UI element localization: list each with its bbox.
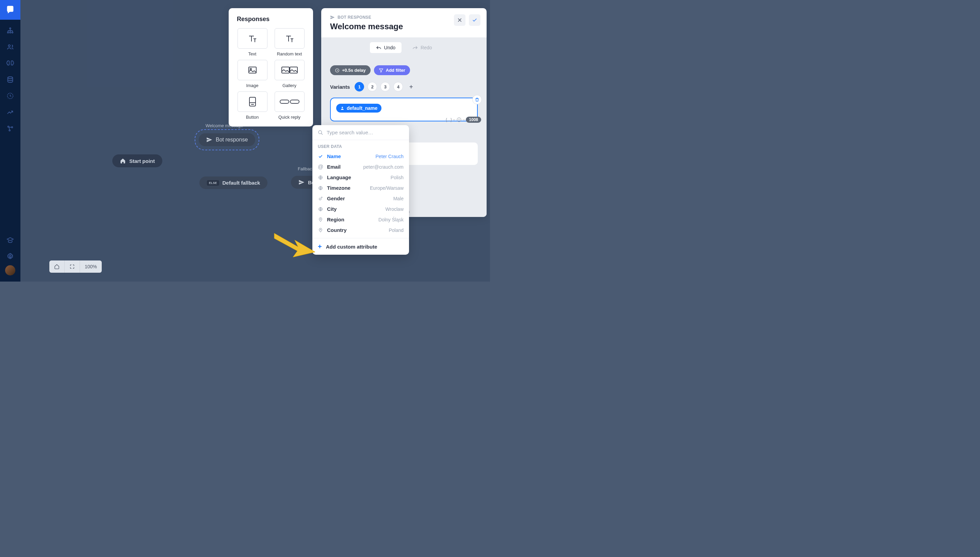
variant-add[interactable]: + [406, 82, 416, 91]
svg-point-24 [459, 119, 460, 119]
undo-redo-bar: Undo Redo [321, 37, 487, 58]
braces-button[interactable]: {...} [446, 117, 452, 122]
responses-title: Responses [237, 16, 305, 23]
dd-item-region[interactable]: Region Dolny Śląsk [318, 214, 403, 225]
gender-icon [318, 196, 323, 201]
send-icon [299, 179, 305, 185]
svg-point-9 [9, 130, 10, 131]
svg-point-5 [8, 77, 13, 79]
grad-icon[interactable] [0, 233, 20, 248]
svg-point-7 [8, 126, 9, 127]
sidebar-top-icons [0, 20, 20, 233]
nodes-icon[interactable] [0, 121, 20, 136]
svg-point-32 [320, 229, 321, 230]
globe-icon [318, 207, 323, 212]
attribute-dropdown: USER DATA Name Peter Crauch @ Email pete… [312, 125, 409, 255]
emoji-icon[interactable] [456, 117, 462, 122]
variant-4[interactable]: 4 [394, 82, 403, 91]
pin-icon [318, 217, 323, 222]
node-welcome-wrap[interactable]: Bot response [194, 129, 259, 150]
variants-label: Variants [330, 84, 350, 90]
variant-3[interactable]: 3 [381, 82, 390, 91]
resp-text[interactable]: Text [237, 28, 268, 57]
home-icon [120, 158, 126, 164]
dropdown-section: USER DATA [312, 140, 409, 151]
svg-point-8 [11, 127, 13, 128]
search-input[interactable] [327, 130, 403, 135]
variant-1[interactable]: 1 [354, 82, 364, 91]
node-welcome-label: Bot response [216, 137, 248, 143]
delay-pill[interactable]: +0.5s delay [330, 65, 371, 75]
dd-item-city[interactable]: City Wroclaw [318, 204, 403, 214]
expand-button[interactable] [65, 261, 80, 273]
resp-random-text[interactable]: Random text [274, 28, 305, 57]
variant-2[interactable]: 2 [368, 82, 377, 91]
dd-item-gender[interactable]: Gender Male [318, 193, 403, 204]
char-count: 1008 [466, 117, 481, 123]
node-fallback[interactable]: ELSE Default fallback [199, 176, 268, 189]
add-custom-attribute[interactable]: + Add custom attribute [312, 238, 409, 255]
node-start-label: Start point [129, 158, 155, 164]
responses-panel: Responses Text Random text Image Gallery… [229, 8, 313, 127]
node-fallback-label: Default fallback [222, 180, 260, 186]
svg-point-10 [9, 256, 11, 257]
resp-image[interactable]: Image [237, 60, 268, 88]
confirm-button[interactable] [469, 14, 480, 26]
dd-item-timezone[interactable]: Timezone Europe/Warsaw [318, 182, 403, 193]
dd-item-name[interactable]: Name Peter Crauch [318, 151, 403, 161]
db-icon[interactable] [0, 72, 20, 87]
dd-item-language[interactable]: Language Polish [318, 172, 403, 182]
svg-rect-19 [290, 100, 299, 103]
sidebar-bottom-icons [0, 233, 20, 282]
user-icon [340, 106, 345, 110]
svg-point-26 [318, 130, 322, 134]
else-badge: ELSE [207, 180, 219, 186]
svg-point-21 [341, 107, 343, 108]
resp-quick-reply[interactable]: Quick reply [274, 91, 305, 120]
svg-point-1 [8, 32, 9, 33]
home-button[interactable] [49, 261, 65, 273]
resp-button[interactable]: Button [237, 91, 268, 120]
trend-icon[interactable] [0, 105, 20, 120]
undo-button[interactable]: Undo [370, 42, 402, 53]
arrow-annotation [271, 230, 318, 261]
node-start[interactable]: Start point [112, 155, 162, 167]
node-welcome[interactable]: Bot response [199, 133, 255, 146]
response-text-input[interactable]: default_name {...} – – 1008 [330, 98, 478, 121]
svg-rect-18 [280, 100, 289, 103]
globe-icon [318, 185, 323, 191]
zoom-value[interactable]: 100% [80, 261, 102, 273]
sidebar [0, 0, 20, 282]
users-icon[interactable] [0, 39, 20, 54]
dropdown-search[interactable] [312, 125, 409, 140]
resp-gallery[interactable]: Gallery [274, 60, 305, 88]
attribute-token[interactable]: default_name [336, 104, 381, 112]
dd-item-email[interactable]: @ Email peter@crauch.com [318, 161, 403, 172]
avatar[interactable] [5, 265, 15, 275]
gear-icon[interactable] [0, 249, 20, 264]
send-icon [330, 15, 335, 20]
delete-button[interactable] [472, 95, 482, 104]
filter-pill[interactable]: Add filter [374, 65, 410, 75]
send-icon [206, 137, 212, 143]
pin-icon [318, 228, 323, 233]
clock-icon[interactable] [0, 88, 20, 103]
dropdown-list: Name Peter Crauch @ Email peter@crauch.c… [312, 151, 409, 238]
org-icon[interactable] [0, 23, 20, 38]
canvas-connectors [20, 0, 122, 51]
dd-item-country[interactable]: Country Poland [318, 225, 403, 235]
svg-point-29 [319, 198, 321, 200]
brain-icon[interactable] [0, 56, 20, 71]
responses-grid: Text Random text Image Gallery Button Qu… [237, 28, 305, 120]
logo[interactable] [0, 0, 20, 20]
svg-point-12 [250, 68, 252, 70]
zoom-toolbar: 100% [49, 261, 102, 273]
svg-rect-15 [250, 97, 256, 106]
svg-point-23 [458, 119, 458, 119]
globe-icon [318, 175, 323, 180]
filter-icon [379, 68, 384, 73]
svg-point-4 [8, 45, 11, 47]
svg-point-2 [10, 32, 11, 33]
close-button[interactable] [454, 14, 466, 26]
svg-point-0 [10, 28, 11, 29]
